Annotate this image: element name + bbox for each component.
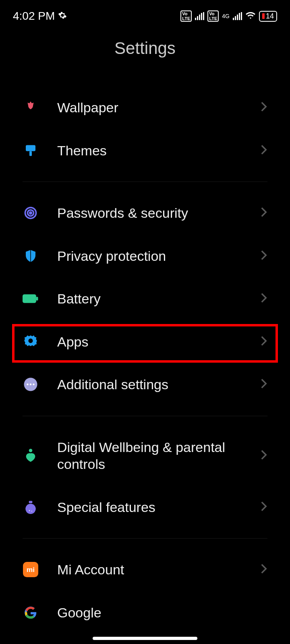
item-label: Digital Wellbeing & parental controls xyxy=(57,439,242,473)
chevron-right-icon xyxy=(260,144,267,157)
volte-icon-2: VoLTE xyxy=(207,10,219,22)
chevron-right-icon xyxy=(260,206,267,219)
svg-text:mi: mi xyxy=(27,566,35,574)
flask-icon xyxy=(23,499,39,515)
chevron-right-icon xyxy=(260,335,267,348)
settings-item-battery[interactable]: Battery xyxy=(23,277,267,320)
status-bar: 4:02 PM VoLTE VoLTE 4G 14 xyxy=(0,0,290,27)
chevron-right-icon xyxy=(260,449,267,462)
chevron-right-icon xyxy=(260,250,267,262)
divider xyxy=(23,182,267,182)
signal-icon-1 xyxy=(195,12,204,20)
svg-point-16 xyxy=(31,511,32,512)
wellbeing-icon xyxy=(23,448,39,464)
settings-item-additional[interactable]: Additional settings xyxy=(23,363,267,406)
svg-rect-13 xyxy=(29,501,33,503)
svg-point-9 xyxy=(27,384,29,386)
item-label: Privacy protection xyxy=(57,248,242,265)
gear-badge-icon xyxy=(23,334,39,350)
svg-point-12 xyxy=(29,449,33,452)
svg-point-11 xyxy=(33,384,35,386)
chevron-right-icon xyxy=(260,378,267,391)
svg-point-15 xyxy=(29,510,30,511)
svg-rect-5 xyxy=(23,294,36,303)
status-left: 4:02 PM xyxy=(13,10,67,23)
brush-icon xyxy=(23,142,39,159)
settings-item-wellbeing[interactable]: Digital Wellbeing & parental controls xyxy=(23,426,267,486)
item-label: Battery xyxy=(57,290,242,308)
google-icon xyxy=(23,605,39,621)
item-label: Apps xyxy=(57,333,242,351)
dots-circle-icon xyxy=(23,376,39,392)
item-label: Mi Account xyxy=(57,561,242,578)
settings-item-miaccount[interactable]: mi Mi Account xyxy=(23,548,267,591)
page-title: Settings xyxy=(0,39,290,58)
mi-icon: mi xyxy=(23,561,39,578)
status-time: 4:02 PM xyxy=(13,10,55,23)
item-label: Special features xyxy=(57,499,242,516)
svg-point-7 xyxy=(28,339,33,343)
fingerprint-icon xyxy=(23,205,39,221)
chevron-right-icon xyxy=(260,101,267,114)
settings-list: Wallpaper Themes Passwords & security Pr… xyxy=(0,86,290,621)
settings-item-apps[interactable]: Apps xyxy=(23,320,267,363)
settings-item-wallpaper[interactable]: Wallpaper xyxy=(23,86,267,129)
signal-icon-2 xyxy=(233,12,242,20)
item-label: Google xyxy=(57,604,267,621)
battery-icon: 14 xyxy=(259,11,277,22)
item-label: Passwords & security xyxy=(57,204,242,222)
svg-rect-0 xyxy=(26,145,35,151)
settings-item-privacy[interactable]: Privacy protection xyxy=(23,235,267,278)
item-label: Wallpaper xyxy=(57,99,242,116)
svg-rect-6 xyxy=(36,297,38,301)
gear-icon-status xyxy=(58,10,67,23)
svg-point-10 xyxy=(30,384,32,386)
tulip-icon xyxy=(23,99,39,116)
settings-item-google[interactable]: Google xyxy=(23,591,267,621)
volte-icon: VoLTE xyxy=(180,10,192,22)
chevron-right-icon xyxy=(260,563,267,576)
divider xyxy=(23,416,267,416)
nav-handle[interactable] xyxy=(93,637,197,640)
chevron-right-icon xyxy=(260,292,267,305)
divider xyxy=(23,538,267,539)
svg-rect-1 xyxy=(29,151,32,156)
network-type: 4G xyxy=(222,13,230,19)
settings-item-special[interactable]: Special features xyxy=(23,486,267,529)
settings-item-passwords[interactable]: Passwords & security xyxy=(23,192,267,235)
wifi-icon xyxy=(245,10,256,23)
item-label: Additional settings xyxy=(57,376,242,393)
settings-item-themes[interactable]: Themes xyxy=(23,129,267,172)
chevron-right-icon xyxy=(260,501,267,514)
battery-icon xyxy=(23,291,39,307)
item-label: Themes xyxy=(57,142,242,159)
status-right: VoLTE VoLTE 4G 14 xyxy=(180,10,277,23)
shield-icon xyxy=(23,248,39,264)
svg-point-4 xyxy=(30,212,32,214)
svg-point-14 xyxy=(25,504,36,514)
